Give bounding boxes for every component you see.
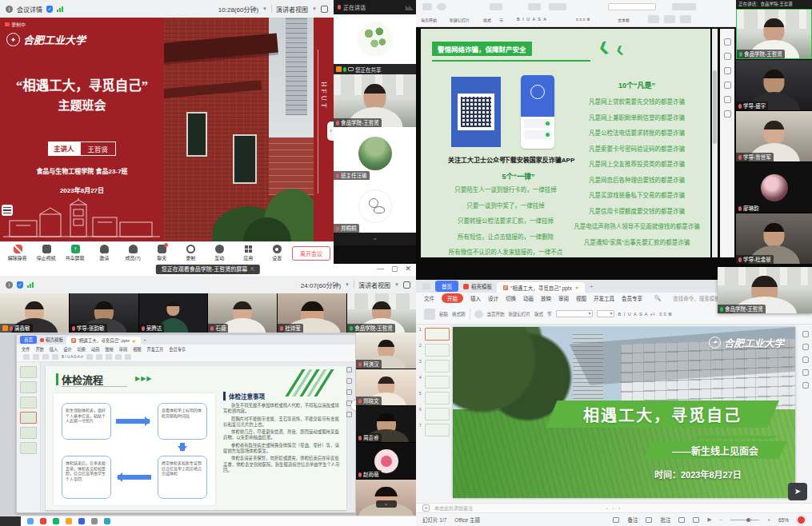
- minimize-button[interactable]: —: [377, 265, 384, 273]
- ribbon-label[interactable]: 当页开始: [421, 17, 437, 22]
- taskbar-app-icon[interactable]: [66, 518, 72, 524]
- menu-item[interactable]: 插入: [50, 346, 58, 352]
- record-button[interactable]: 录制: [176, 245, 205, 261]
- participant-tile[interactable]: 学导-鲁世军: [736, 111, 812, 161]
- comments-toggle-label[interactable]: 批注: [660, 516, 670, 524]
- ribbon-icon[interactable]: [125, 354, 131, 360]
- comments-toggle-icon[interactable]: [646, 517, 652, 523]
- font-selector[interactable]: [608, 3, 656, 10]
- side-tool-icon[interactable]: [724, 110, 731, 118]
- meeting-info-icon[interactable]: i: [6, 281, 13, 289]
- close-button[interactable]: ✕: [405, 265, 411, 273]
- menu-item[interactable]: 开发工具: [147, 346, 164, 352]
- title-slide-canvas[interactable]: 相遇工大，寻觅自己 ——新生线上见面会 时间：2023年8月27日 ✦ 合肥工业…: [453, 327, 795, 498]
- view-caret-icon[interactable]: ▼: [394, 282, 399, 287]
- meeting-detail-label[interactable]: 会议详情: [17, 5, 42, 14]
- meeting-info-icon[interactable]: i: [6, 6, 13, 13]
- side-tool-icon[interactable]: [802, 344, 809, 350]
- vertical-scrollbar[interactable]: [712, 29, 718, 257]
- side-tool-icon[interactable]: [346, 378, 352, 384]
- ribbon-icon[interactable]: [648, 15, 659, 23]
- panel-collapse-chevron[interactable]: ⌄: [334, 233, 416, 245]
- ribbon-icon[interactable]: [490, 3, 502, 10]
- ribbon-label[interactable]: 新建幻灯片: [509, 311, 531, 317]
- scrollbar-thumb[interactable]: [713, 70, 717, 144]
- slide-thumbnail[interactable]: [20, 366, 37, 378]
- ribbon-icon[interactable]: [86, 354, 93, 360]
- participant-tile[interactable]: 杜诗莹: [278, 293, 346, 333]
- alignment-icons[interactable]: ≡ ≡ ≣: [659, 311, 671, 317]
- ribbon-label[interactable]: 粘贴: [439, 311, 448, 317]
- timer-caret-icon[interactable]: ▼: [345, 282, 350, 287]
- participant-tile[interactable]: 吴腾达: [139, 293, 208, 333]
- ribbon-label[interactable]: 格式: [483, 17, 491, 22]
- participant-tile[interactable]: 郑晓文: [356, 369, 416, 405]
- menu-item[interactable]: 会员专享: [169, 346, 186, 352]
- slide-thumbnail[interactable]: 2: [419, 344, 450, 357]
- slide-thumbnail[interactable]: [20, 412, 37, 424]
- star-icon[interactable]: ★: [131, 338, 135, 344]
- menu-item[interactable]: 视图: [133, 346, 141, 352]
- participant-tile[interactable]: 柯淇汉: [356, 333, 416, 369]
- menu-item[interactable]: 动画: [523, 294, 534, 302]
- pin-icon[interactable]: ⇱: [250, 265, 254, 274]
- slide-thumbnail[interactable]: 4: [419, 376, 450, 389]
- security-shield-icon[interactable]: ✓: [46, 6, 53, 13]
- ribbon-icon[interactable]: [672, 3, 696, 10]
- ribbon-icon[interactable]: [42, 354, 49, 360]
- menu-item[interactable]: 切换: [506, 294, 516, 302]
- menu-item[interactable]: 放映: [541, 294, 551, 302]
- menu-item[interactable]: 视图: [576, 294, 586, 302]
- ribbon-icon[interactable]: [106, 354, 112, 360]
- search-placeholder[interactable]: 查找命令、搜索模板: [673, 294, 720, 302]
- slide-thumbnail[interactable]: [20, 442, 37, 454]
- menu-item[interactable]: 审阅: [119, 346, 127, 352]
- ribbon-icon[interactable]: [23, 354, 30, 360]
- menu-item[interactable]: 切换: [78, 346, 86, 352]
- ribbon-label[interactable]: 节: [547, 311, 552, 317]
- share-screen-button[interactable]: 共享屏幕: [61, 245, 90, 261]
- participant-tile[interactable]: 廖琳韵: [736, 162, 812, 213]
- menu-item[interactable]: 审阅: [558, 294, 569, 302]
- ribbon-label[interactable]: 格式刷: [452, 311, 466, 317]
- stop-video-button[interactable]: 停止视频: [32, 245, 61, 261]
- slide-thumbnail[interactable]: [20, 381, 37, 393]
- side-tool-icon[interactable]: [802, 331, 809, 337]
- zoom-slider[interactable]: [730, 520, 759, 520]
- participant-tile[interactable]: 学导-张韵敏: [70, 293, 138, 333]
- play-from-page-icon[interactable]: [474, 310, 483, 318]
- side-tool-icon[interactable]: [802, 382, 809, 389]
- participant-tile[interactable]: 学导-盛宇: [736, 60, 812, 110]
- leave-meeting-button[interactable]: 离开会议: [292, 246, 330, 261]
- members-button[interactable]: 成员(7): [118, 245, 147, 261]
- menu-item[interactable]: 放映: [105, 346, 113, 352]
- participant-tile[interactable]: 唐鑫敏: [0, 293, 69, 333]
- slide-thumbnail[interactable]: [20, 396, 37, 408]
- ribbon-icon[interactable]: [96, 354, 102, 360]
- strip-collapse-chevron[interactable]: ⌄: [376, 500, 397, 508]
- start-button[interactable]: [0, 516, 21, 526]
- side-tool-icon[interactable]: [346, 389, 352, 395]
- invite-button[interactable]: 邀请: [90, 245, 118, 261]
- notes-toggle-label[interactable]: 备注: [627, 516, 638, 524]
- font-family-selector[interactable]: [556, 310, 593, 317]
- menu-item[interactable]: 会员专享: [622, 294, 642, 302]
- ribbon-icon[interactable]: [52, 354, 58, 360]
- unmute-button[interactable]: 解除静音: [3, 245, 32, 261]
- font-size-selector[interactable]: [597, 310, 614, 317]
- tab-home[interactable]: 首页: [435, 281, 458, 292]
- chat-button[interactable]: 聊天: [147, 245, 176, 261]
- side-tool-icon[interactable]: [346, 367, 352, 373]
- participant-tile[interactable]: 班主任汪瑜: [334, 127, 416, 180]
- fullscreen-icon[interactable]: [321, 6, 328, 13]
- participant-tile[interactable]: 周嘉睿: [356, 406, 416, 442]
- wps-floating-red-icon[interactable]: [797, 516, 806, 524]
- sorter-view-icon[interactable]: [693, 517, 699, 523]
- ribbon-label[interactable]: 文本框: [618, 17, 630, 22]
- side-tool-icon[interactable]: [724, 53, 731, 60]
- hamburger-menu-icon[interactable]: [2, 205, 13, 216]
- participant-tile[interactable]: 食品学院-王哲贤: [347, 293, 416, 333]
- ribbon-icon[interactable]: [549, 3, 566, 10]
- menu-item[interactable]: 插入: [470, 294, 481, 302]
- menu-item[interactable]: 开发工具: [594, 294, 614, 302]
